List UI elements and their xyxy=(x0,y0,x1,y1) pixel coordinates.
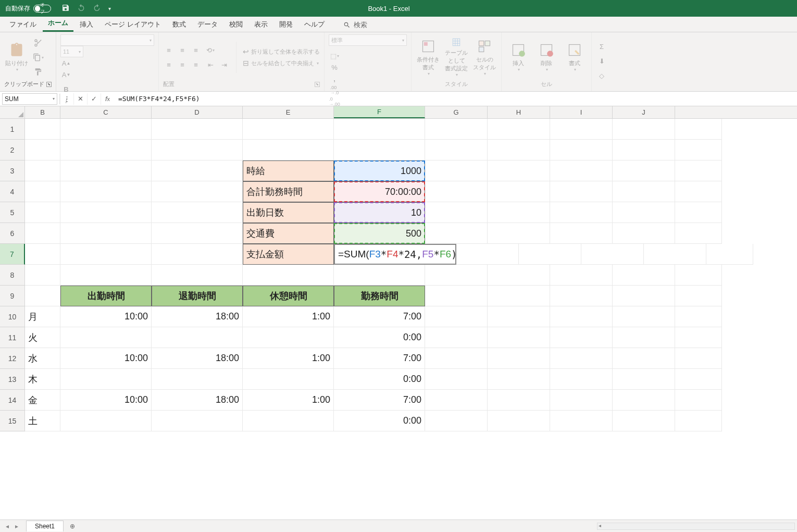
cell[interactable] xyxy=(425,306,488,327)
cell[interactable] xyxy=(675,223,722,244)
alignment-dialog-icon[interactable]: ⬊ xyxy=(315,82,320,87)
cell[interactable]: 18:00 xyxy=(152,348,243,369)
cell[interactable] xyxy=(581,244,644,265)
cell[interactable] xyxy=(675,348,722,369)
cell[interactable] xyxy=(675,140,722,160)
row-header[interactable]: 11 xyxy=(0,327,25,348)
cell[interactable]: 1:00 xyxy=(243,306,334,327)
cell[interactable] xyxy=(488,348,550,369)
cell[interactable] xyxy=(488,327,550,348)
cell[interactable] xyxy=(488,265,550,286)
italic-icon[interactable]: I xyxy=(60,95,72,106)
row-header[interactable]: 10 xyxy=(0,306,25,327)
number-format-combo[interactable]: 標準▾ xyxy=(329,34,407,46)
cell[interactable] xyxy=(425,411,488,431)
save-icon[interactable] xyxy=(61,4,70,14)
decrease-decimal-icon[interactable]: .0→.00 xyxy=(329,96,340,107)
conditional-format-button[interactable]: 条件付き 書式▾ xyxy=(416,38,441,77)
align-center-icon[interactable]: ≡ xyxy=(177,59,188,70)
cell[interactable] xyxy=(675,369,722,390)
cell[interactable] xyxy=(550,265,613,286)
cell[interactable] xyxy=(613,265,675,286)
cell[interactable] xyxy=(60,140,152,160)
cell[interactable] xyxy=(25,286,60,306)
cell[interactable] xyxy=(456,244,519,265)
cell[interactable]: 7:00 xyxy=(334,390,425,411)
cell[interactable] xyxy=(152,119,243,140)
column-header[interactable]: D xyxy=(152,106,243,118)
column-header[interactable]: H xyxy=(488,106,550,118)
cell[interactable] xyxy=(550,223,613,244)
cut-icon[interactable] xyxy=(32,37,44,48)
row-header[interactable]: 6 xyxy=(0,223,25,244)
cell[interactable] xyxy=(152,202,243,223)
cell[interactable] xyxy=(334,140,425,160)
indent-increase-icon[interactable]: ⇥ xyxy=(218,59,230,70)
column-header[interactable]: B xyxy=(25,106,60,118)
tab-insert[interactable]: 挿入 xyxy=(74,17,98,32)
cell[interactable] xyxy=(613,202,675,223)
column-header[interactable]: I xyxy=(550,106,613,118)
align-bottom-icon[interactable]: ≡ xyxy=(190,44,202,56)
cell[interactable] xyxy=(334,265,425,286)
align-top-icon[interactable]: ≡ xyxy=(163,44,175,56)
autosave-switch[interactable]: オフ xyxy=(33,5,51,13)
format-as-table-button[interactable]: テーブルとして 書式設定▾ xyxy=(444,38,469,77)
fill-icon[interactable]: ⬇ xyxy=(596,56,607,67)
cell[interactable] xyxy=(425,327,488,348)
tab-home[interactable]: ホーム xyxy=(43,15,73,32)
cell[interactable] xyxy=(675,286,722,306)
cell[interactable] xyxy=(675,160,722,181)
tell-me-search[interactable]: 検索 xyxy=(341,18,369,32)
cell[interactable] xyxy=(550,327,613,348)
cell[interactable] xyxy=(550,286,613,306)
tab-help[interactable]: ヘルプ xyxy=(299,17,330,32)
cell[interactable] xyxy=(613,348,675,369)
column-header[interactable]: C xyxy=(60,106,152,118)
cell[interactable] xyxy=(613,119,675,140)
tab-developer[interactable]: 開発 xyxy=(274,17,298,32)
cell[interactable] xyxy=(613,369,675,390)
cell[interactable] xyxy=(152,160,243,181)
cell[interactable] xyxy=(25,140,60,160)
cell[interactable]: 10:00 xyxy=(60,390,152,411)
cell[interactable] xyxy=(675,411,722,431)
cell[interactable]: 休憩時間 xyxy=(243,286,334,306)
cell[interactable]: 500 xyxy=(334,223,425,244)
cell[interactable] xyxy=(644,244,706,265)
cell[interactable] xyxy=(613,306,675,327)
cell[interactable]: 70:00:00 xyxy=(334,181,425,202)
cell[interactable] xyxy=(425,390,488,411)
cell[interactable] xyxy=(152,327,243,348)
cell[interactable]: 金 xyxy=(25,390,60,411)
cell[interactable] xyxy=(675,306,722,327)
cell[interactable] xyxy=(425,223,488,244)
sheet-nav-first-icon[interactable]: ◂ xyxy=(3,523,11,530)
cell[interactable] xyxy=(243,369,334,390)
cell[interactable] xyxy=(25,244,60,265)
autosave-toggle[interactable]: 自動保存 オフ xyxy=(0,4,56,13)
cell[interactable] xyxy=(550,181,613,202)
align-left-icon[interactable]: ≡ xyxy=(163,59,175,70)
active-edit-cell[interactable]: =SUM(F3*F4*24,F5*F6) xyxy=(334,244,456,265)
sheet-tab[interactable]: Sheet1 xyxy=(26,521,64,531)
row-header[interactable]: 8 xyxy=(0,265,25,286)
cell[interactable]: 月 xyxy=(25,306,60,327)
row-header[interactable]: 1 xyxy=(0,119,25,140)
cell[interactable] xyxy=(60,223,152,244)
cell[interactable]: 合計勤務時間 xyxy=(243,181,334,202)
cell[interactable] xyxy=(425,348,488,369)
cell[interactable] xyxy=(152,244,243,265)
cell[interactable]: 1:00 xyxy=(243,348,334,369)
redo-icon[interactable] xyxy=(93,4,101,14)
cell[interactable]: 18:00 xyxy=(152,306,243,327)
select-all-corner[interactable] xyxy=(0,106,25,118)
cell[interactable] xyxy=(550,202,613,223)
row-header[interactable]: 9 xyxy=(0,286,25,306)
shrink-font-icon[interactable]: A▼ xyxy=(60,69,72,80)
formula-input[interactable]: =SUM(F3*F4*24,F5*F6) xyxy=(114,95,797,103)
cell[interactable]: 退勤時間 xyxy=(152,286,243,306)
cell[interactable] xyxy=(152,181,243,202)
cell[interactable]: 出勤日数 xyxy=(243,202,334,223)
cell[interactable]: 10 xyxy=(334,202,425,223)
